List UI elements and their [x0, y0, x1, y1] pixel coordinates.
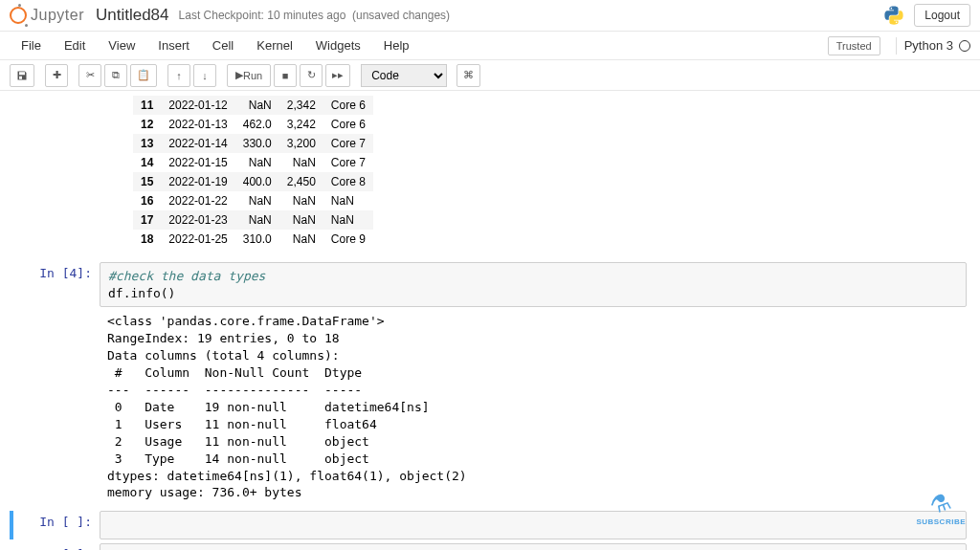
toolbar: ✚ ✂ ⧉ 📋 ↑ ↓ ▶ Run ■ ↻ ▸▸ Code ⌘ [0, 60, 980, 91]
dna-icon: ⚗ [926, 488, 955, 520]
empty-cell-1-input[interactable] [100, 511, 967, 539]
menu-kernel[interactable]: Kernel [245, 38, 304, 53]
menu-widgets[interactable]: Widgets [304, 38, 372, 53]
notebook-title[interactable]: Untitled84 [96, 6, 169, 25]
empty-cell-2-input[interactable] [100, 543, 967, 550]
jupyter-logo[interactable]: Jupyter [10, 7, 84, 24]
empty-cell-1[interactable]: In [ ]: [10, 511, 967, 539]
kernel-status-icon [959, 40, 970, 52]
table-row: 162022-01-22NaNNaNNaN [133, 191, 373, 210]
header: Jupyter Untitled84 Last Checkpoint: 10 m… [0, 0, 980, 32]
table-row: 152022-01-19400.02,450Core 8 [133, 172, 373, 191]
python-icon [883, 5, 904, 26]
trusted-badge[interactable]: Trusted [828, 36, 880, 55]
celltype-select[interactable]: Code [361, 64, 447, 87]
menu-file[interactable]: File [10, 38, 53, 53]
jupyter-icon [10, 7, 27, 24]
menu-view[interactable]: View [97, 38, 146, 53]
save-button[interactable] [10, 64, 34, 87]
paste-button[interactable]: 📋 [130, 64, 157, 87]
menubar: File Edit View Insert Cell Kernel Widget… [0, 32, 980, 60]
table-row: 172022-01-23NaNNaNNaN [133, 210, 373, 230]
kernel-indicator[interactable]: Python 3 [904, 38, 970, 53]
empty-cell-2-prompt: In [ ]: [13, 543, 100, 550]
checkpoint-text: Last Checkpoint: 10 minutes ago (unsaved… [179, 9, 451, 22]
cell-4-output: <class 'pandas.core.frame.DataFrame'> Ra… [100, 307, 967, 507]
add-cell-button[interactable]: ✚ [45, 64, 68, 87]
restart-button[interactable]: ↻ [300, 64, 323, 87]
table-row: 132022-01-14330.03,200Core 7 [133, 134, 373, 153]
menu-insert[interactable]: Insert [146, 38, 201, 53]
table-row: 112022-01-12NaN2,342Core 6 [133, 96, 373, 115]
subscribe-label: SUBSCRIBE [916, 517, 966, 526]
subscribe-badge[interactable]: ⚗ SUBSCRIBE [916, 491, 966, 526]
logout-button[interactable]: Logout [914, 4, 970, 27]
empty-cell-1-prompt: In [ ]: [13, 511, 100, 539]
move-down-button[interactable]: ↓ [193, 64, 216, 87]
stop-button[interactable]: ■ [274, 64, 297, 87]
data-table: 112022-01-12NaN2,342Core 6122022-01-1346… [133, 96, 373, 249]
cell-4-input[interactable]: #check the data types df.info() [100, 262, 967, 307]
table-row: 122022-01-13462.03,242Core 6 [133, 115, 373, 134]
run-button[interactable]: ▶ Run [227, 64, 271, 87]
menu-help[interactable]: Help [372, 38, 421, 53]
copy-button[interactable]: ⧉ [104, 64, 127, 87]
empty-cell-2[interactable]: In [ ]: [13, 543, 967, 550]
menu-cell[interactable]: Cell [201, 38, 245, 53]
cut-button[interactable]: ✂ [78, 64, 101, 87]
menu-edit[interactable]: Edit [53, 38, 97, 53]
table-row: 142022-01-15NaNNaNCore 7 [133, 153, 373, 172]
restart-run-all-button[interactable]: ▸▸ [325, 64, 350, 87]
move-up-button[interactable]: ↑ [167, 64, 190, 87]
command-palette-button[interactable]: ⌘ [457, 64, 480, 87]
cell-4-prompt: In [4]: [13, 262, 100, 507]
cell-4[interactable]: In [4]: #check the data types df.info() … [13, 262, 967, 507]
table-row: 182022-01-25310.0NaNCore 9 [133, 230, 373, 249]
logo-text: Jupyter [31, 7, 84, 24]
notebook-area: 112022-01-12NaN2,342Core 6122022-01-1346… [0, 91, 980, 550]
